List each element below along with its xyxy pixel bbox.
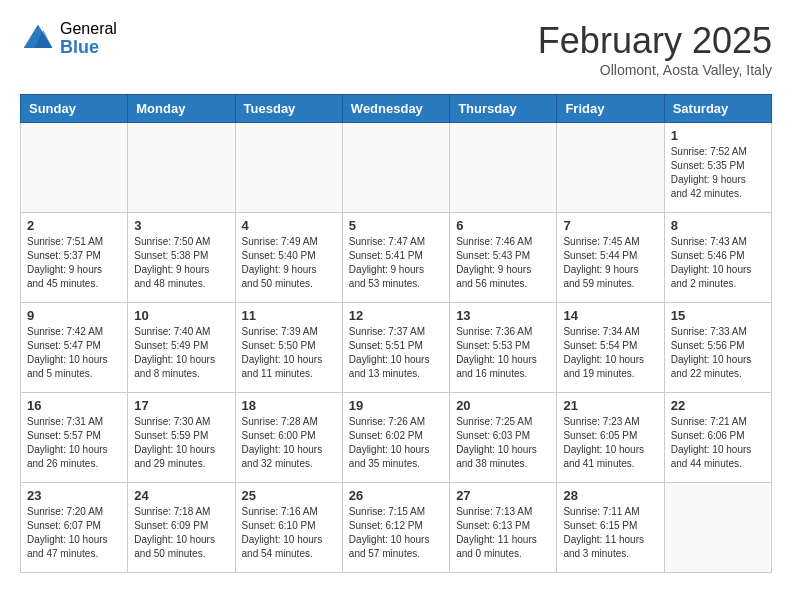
calendar-cell: 4Sunrise: 7:49 AM Sunset: 5:40 PM Daylig… [235, 213, 342, 303]
calendar-cell: 7Sunrise: 7:45 AM Sunset: 5:44 PM Daylig… [557, 213, 664, 303]
title-area: February 2025 Ollomont, Aosta Valley, It… [538, 20, 772, 78]
day-number: 24 [134, 488, 228, 503]
day-info: Sunrise: 7:11 AM Sunset: 6:15 PM Dayligh… [563, 505, 657, 561]
calendar-cell: 26Sunrise: 7:15 AM Sunset: 6:12 PM Dayli… [342, 483, 449, 573]
week-row-3: 9Sunrise: 7:42 AM Sunset: 5:47 PM Daylig… [21, 303, 772, 393]
calendar-cell: 8Sunrise: 7:43 AM Sunset: 5:46 PM Daylig… [664, 213, 771, 303]
day-info: Sunrise: 7:30 AM Sunset: 5:59 PM Dayligh… [134, 415, 228, 471]
day-info: Sunrise: 7:49 AM Sunset: 5:40 PM Dayligh… [242, 235, 336, 291]
day-info: Sunrise: 7:51 AM Sunset: 5:37 PM Dayligh… [27, 235, 121, 291]
page-header: General Blue February 2025 Ollomont, Aos… [20, 20, 772, 78]
calendar-cell: 9Sunrise: 7:42 AM Sunset: 5:47 PM Daylig… [21, 303, 128, 393]
day-number: 14 [563, 308, 657, 323]
logo-text: General Blue [60, 20, 117, 57]
day-info: Sunrise: 7:13 AM Sunset: 6:13 PM Dayligh… [456, 505, 550, 561]
calendar-cell: 12Sunrise: 7:37 AM Sunset: 5:51 PM Dayli… [342, 303, 449, 393]
day-number: 22 [671, 398, 765, 413]
day-number: 20 [456, 398, 550, 413]
logo: General Blue [20, 20, 117, 57]
day-info: Sunrise: 7:40 AM Sunset: 5:49 PM Dayligh… [134, 325, 228, 381]
day-number: 26 [349, 488, 443, 503]
week-row-5: 23Sunrise: 7:20 AM Sunset: 6:07 PM Dayli… [21, 483, 772, 573]
day-info: Sunrise: 7:36 AM Sunset: 5:53 PM Dayligh… [456, 325, 550, 381]
day-number: 21 [563, 398, 657, 413]
day-info: Sunrise: 7:26 AM Sunset: 6:02 PM Dayligh… [349, 415, 443, 471]
calendar-cell: 28Sunrise: 7:11 AM Sunset: 6:15 PM Dayli… [557, 483, 664, 573]
day-info: Sunrise: 7:15 AM Sunset: 6:12 PM Dayligh… [349, 505, 443, 561]
calendar-cell: 25Sunrise: 7:16 AM Sunset: 6:10 PM Dayli… [235, 483, 342, 573]
week-row-1: 1Sunrise: 7:52 AM Sunset: 5:35 PM Daylig… [21, 123, 772, 213]
location: Ollomont, Aosta Valley, Italy [538, 62, 772, 78]
week-row-4: 16Sunrise: 7:31 AM Sunset: 5:57 PM Dayli… [21, 393, 772, 483]
weekday-header-monday: Monday [128, 95, 235, 123]
weekday-header-tuesday: Tuesday [235, 95, 342, 123]
calendar-cell: 13Sunrise: 7:36 AM Sunset: 5:53 PM Dayli… [450, 303, 557, 393]
day-info: Sunrise: 7:18 AM Sunset: 6:09 PM Dayligh… [134, 505, 228, 561]
day-number: 16 [27, 398, 121, 413]
day-info: Sunrise: 7:46 AM Sunset: 5:43 PM Dayligh… [456, 235, 550, 291]
day-info: Sunrise: 7:33 AM Sunset: 5:56 PM Dayligh… [671, 325, 765, 381]
day-number: 12 [349, 308, 443, 323]
calendar-cell: 19Sunrise: 7:26 AM Sunset: 6:02 PM Dayli… [342, 393, 449, 483]
logo-icon [20, 21, 56, 57]
day-number: 27 [456, 488, 550, 503]
calendar-cell: 18Sunrise: 7:28 AM Sunset: 6:00 PM Dayli… [235, 393, 342, 483]
calendar-cell: 16Sunrise: 7:31 AM Sunset: 5:57 PM Dayli… [21, 393, 128, 483]
day-number: 10 [134, 308, 228, 323]
weekday-header-wednesday: Wednesday [342, 95, 449, 123]
calendar-table: SundayMondayTuesdayWednesdayThursdayFrid… [20, 94, 772, 573]
week-row-2: 2Sunrise: 7:51 AM Sunset: 5:37 PM Daylig… [21, 213, 772, 303]
day-number: 9 [27, 308, 121, 323]
calendar-cell: 11Sunrise: 7:39 AM Sunset: 5:50 PM Dayli… [235, 303, 342, 393]
day-info: Sunrise: 7:47 AM Sunset: 5:41 PM Dayligh… [349, 235, 443, 291]
day-number: 4 [242, 218, 336, 233]
day-info: Sunrise: 7:52 AM Sunset: 5:35 PM Dayligh… [671, 145, 765, 201]
calendar-cell: 21Sunrise: 7:23 AM Sunset: 6:05 PM Dayli… [557, 393, 664, 483]
day-info: Sunrise: 7:37 AM Sunset: 5:51 PM Dayligh… [349, 325, 443, 381]
day-info: Sunrise: 7:43 AM Sunset: 5:46 PM Dayligh… [671, 235, 765, 291]
calendar-cell: 24Sunrise: 7:18 AM Sunset: 6:09 PM Dayli… [128, 483, 235, 573]
day-info: Sunrise: 7:39 AM Sunset: 5:50 PM Dayligh… [242, 325, 336, 381]
day-info: Sunrise: 7:28 AM Sunset: 6:00 PM Dayligh… [242, 415, 336, 471]
logo-blue: Blue [60, 38, 117, 58]
weekday-header-friday: Friday [557, 95, 664, 123]
calendar-cell [21, 123, 128, 213]
calendar-cell [128, 123, 235, 213]
day-info: Sunrise: 7:50 AM Sunset: 5:38 PM Dayligh… [134, 235, 228, 291]
weekday-header-row: SundayMondayTuesdayWednesdayThursdayFrid… [21, 95, 772, 123]
calendar-cell [342, 123, 449, 213]
day-number: 17 [134, 398, 228, 413]
calendar-cell: 5Sunrise: 7:47 AM Sunset: 5:41 PM Daylig… [342, 213, 449, 303]
day-number: 8 [671, 218, 765, 233]
calendar-cell: 6Sunrise: 7:46 AM Sunset: 5:43 PM Daylig… [450, 213, 557, 303]
day-number: 7 [563, 218, 657, 233]
day-number: 19 [349, 398, 443, 413]
day-info: Sunrise: 7:21 AM Sunset: 6:06 PM Dayligh… [671, 415, 765, 471]
day-number: 2 [27, 218, 121, 233]
day-info: Sunrise: 7:20 AM Sunset: 6:07 PM Dayligh… [27, 505, 121, 561]
calendar-cell: 3Sunrise: 7:50 AM Sunset: 5:38 PM Daylig… [128, 213, 235, 303]
calendar-cell: 15Sunrise: 7:33 AM Sunset: 5:56 PM Dayli… [664, 303, 771, 393]
calendar-cell [557, 123, 664, 213]
day-info: Sunrise: 7:42 AM Sunset: 5:47 PM Dayligh… [27, 325, 121, 381]
calendar-cell: 1Sunrise: 7:52 AM Sunset: 5:35 PM Daylig… [664, 123, 771, 213]
calendar-cell: 23Sunrise: 7:20 AM Sunset: 6:07 PM Dayli… [21, 483, 128, 573]
day-info: Sunrise: 7:31 AM Sunset: 5:57 PM Dayligh… [27, 415, 121, 471]
day-number: 18 [242, 398, 336, 413]
month-title: February 2025 [538, 20, 772, 62]
calendar-cell: 2Sunrise: 7:51 AM Sunset: 5:37 PM Daylig… [21, 213, 128, 303]
calendar-cell: 27Sunrise: 7:13 AM Sunset: 6:13 PM Dayli… [450, 483, 557, 573]
weekday-header-thursday: Thursday [450, 95, 557, 123]
day-number: 28 [563, 488, 657, 503]
calendar-cell [450, 123, 557, 213]
day-info: Sunrise: 7:25 AM Sunset: 6:03 PM Dayligh… [456, 415, 550, 471]
day-number: 3 [134, 218, 228, 233]
calendar-cell [664, 483, 771, 573]
day-number: 23 [27, 488, 121, 503]
day-number: 15 [671, 308, 765, 323]
weekday-header-saturday: Saturday [664, 95, 771, 123]
day-number: 25 [242, 488, 336, 503]
calendar-cell: 20Sunrise: 7:25 AM Sunset: 6:03 PM Dayli… [450, 393, 557, 483]
day-info: Sunrise: 7:23 AM Sunset: 6:05 PM Dayligh… [563, 415, 657, 471]
calendar-cell: 14Sunrise: 7:34 AM Sunset: 5:54 PM Dayli… [557, 303, 664, 393]
